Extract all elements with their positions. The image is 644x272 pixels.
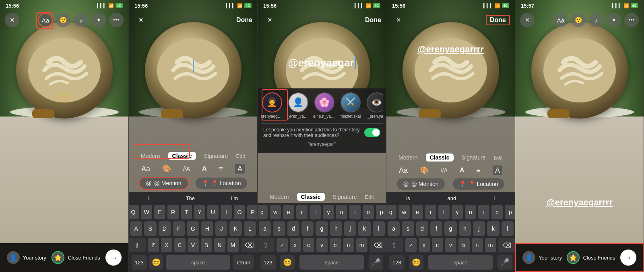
key-P-2[interactable]: P (247, 205, 258, 219)
key-s-3[interactable]: s (273, 221, 285, 236)
key-i-3[interactable]: i (349, 205, 361, 219)
user-chip-1[interactable]: 👤 _eren_yaeg... (287, 92, 309, 119)
key-g-3[interactable]: g (316, 221, 328, 236)
key-o-4[interactable]: o (491, 205, 503, 219)
key-a-4[interactable]: a (388, 221, 400, 236)
mention-button-2[interactable]: @ @ Mention (139, 177, 189, 190)
done-button-2[interactable]: Done (236, 16, 252, 24)
your-story-item-5[interactable]: 👤 Your story (522, 251, 562, 264)
key-w-4[interactable]: w (398, 205, 410, 219)
key-j-3[interactable]: j (344, 221, 356, 236)
font-type-icon-4[interactable]: Aa (399, 166, 408, 175)
your-story-item-1[interactable]: 👤 Your story (7, 251, 46, 264)
close-button-5[interactable]: ✕ (520, 13, 535, 27)
key-l-4[interactable]: l (502, 221, 514, 236)
key-X-2[interactable]: X (161, 238, 172, 252)
key-d-3[interactable]: d (287, 221, 299, 236)
fontsize-icon-4[interactable]: A (460, 167, 464, 174)
user-chip-2[interactable]: 🌸 e.r.e.n_yae... (313, 92, 335, 119)
key-h-3[interactable]: h (330, 221, 342, 236)
key-space-2[interactable]: space (166, 255, 230, 270)
close-button-4[interactable]: ✕ (391, 13, 406, 27)
font-type-icon-2[interactable]: Aa (141, 165, 150, 173)
font-edit-4[interactable]: Edit (494, 155, 503, 161)
key-q-4[interactable]: q (386, 205, 396, 219)
key-w-3[interactable]: w (270, 205, 281, 219)
mention-button-4[interactable]: @ @ Mention (397, 178, 445, 190)
close-button-1[interactable]: ✕ (5, 13, 19, 27)
key-o-3[interactable]: o (363, 205, 374, 219)
sticker-button-5[interactable]: 🙂 (571, 13, 586, 27)
key-S-2[interactable]: S (144, 221, 156, 236)
key-U-2[interactable]: U (207, 205, 219, 219)
key-x-4[interactable]: x (419, 238, 430, 252)
key-c-4[interactable]: c (432, 238, 443, 252)
key-123-2[interactable]: 123 (132, 255, 147, 270)
music-button-5[interactable]: ♪ (589, 13, 603, 27)
user-chip-4[interactable]: 👁️ _eren.yae (365, 92, 383, 119)
key-p-3[interactable]: p (376, 205, 386, 219)
key-emoji-2[interactable]: 😊 (149, 255, 163, 270)
color-icon-4[interactable]: 🎨 (420, 166, 429, 175)
key-shift-4[interactable]: ⇧ (386, 238, 403, 252)
key-Q-2[interactable]: Q (129, 205, 139, 219)
key-e-4[interactable]: e (412, 205, 423, 219)
key-123-4[interactable]: 123 (389, 255, 405, 270)
text-button-1[interactable]: Aa (38, 13, 53, 27)
bg-icon-4[interactable]: A (493, 166, 502, 175)
key-M-2[interactable]: M (227, 238, 239, 252)
key-c-3[interactable]: c (303, 238, 314, 252)
suggest-1-4[interactable]: is (406, 195, 410, 201)
key-i-4[interactable]: i (478, 205, 489, 219)
key-u-3[interactable]: u (336, 205, 347, 219)
key-m-4[interactable]: m (485, 238, 496, 252)
suggest-1-2[interactable]: I (148, 195, 150, 201)
strikethrough-icon-2[interactable]: //A (183, 166, 190, 172)
key-E-2[interactable]: E (154, 205, 165, 219)
key-T-2[interactable]: T (181, 205, 192, 219)
color-icon-2[interactable]: 🎨 (162, 164, 171, 173)
key-h-4[interactable]: h (459, 221, 471, 236)
font-modern-4[interactable]: Modern (398, 154, 417, 161)
key-V-2[interactable]: V (188, 238, 199, 252)
key-z-4[interactable]: z (405, 238, 417, 252)
key-n-3[interactable]: n (343, 238, 354, 252)
close-friends-item-5[interactable]: ⭐ Close Friends (567, 251, 615, 264)
key-s-4[interactable]: s (402, 221, 414, 236)
key-q-3[interactable]: q (258, 205, 268, 219)
font-classic-4[interactable]: Classic (426, 153, 454, 162)
align-icon-4[interactable]: ≡ (477, 166, 481, 175)
more-button-1[interactable]: ••• (109, 13, 124, 27)
key-f-3[interactable]: f (301, 221, 314, 236)
key-t-3[interactable]: t (310, 205, 321, 219)
key-emoji-4[interactable]: 😊 (409, 255, 423, 270)
key-j-4[interactable]: j (473, 221, 485, 236)
key-v-3[interactable]: v (316, 238, 328, 252)
key-C-2[interactable]: C (174, 238, 186, 252)
suggest-2-4[interactable]: and (448, 195, 456, 201)
done-button-3[interactable]: Done (365, 16, 381, 24)
key-H-2[interactable]: H (201, 221, 213, 236)
close-friends-item-1[interactable]: ⭐ Close Friends (52, 251, 100, 264)
key-y-4[interactable]: y (452, 205, 463, 219)
key-L-2[interactable]: L (244, 221, 256, 236)
share-arrow-5[interactable]: → (620, 250, 636, 266)
bg-icon-2[interactable]: A (235, 164, 245, 174)
key-W-2[interactable]: W (141, 205, 152, 219)
share-arrow-1[interactable]: → (105, 250, 122, 266)
key-d-4[interactable]: d (416, 221, 428, 236)
font-signature-4[interactable]: Signature (462, 154, 486, 161)
key-D-2[interactable]: D (159, 221, 171, 236)
key-x-3[interactable]: x (290, 238, 301, 252)
key-mic-3[interactable]: 🎤 (369, 255, 383, 270)
key-f-4[interactable]: f (430, 221, 442, 236)
key-shift-2[interactable]: ⇧ (129, 238, 146, 252)
key-g-4[interactable]: g (444, 221, 456, 236)
key-e-3[interactable]: e (283, 205, 294, 219)
key-p-4[interactable]: p (505, 205, 515, 219)
key-I-2[interactable]: I (221, 205, 232, 219)
user-chip-3[interactable]: ⚔️ minxtet.sxar (339, 92, 361, 119)
key-B-2[interactable]: B (201, 238, 212, 252)
key-b-4[interactable]: b (458, 238, 470, 252)
reshare-toggle-3[interactable] (364, 128, 380, 137)
